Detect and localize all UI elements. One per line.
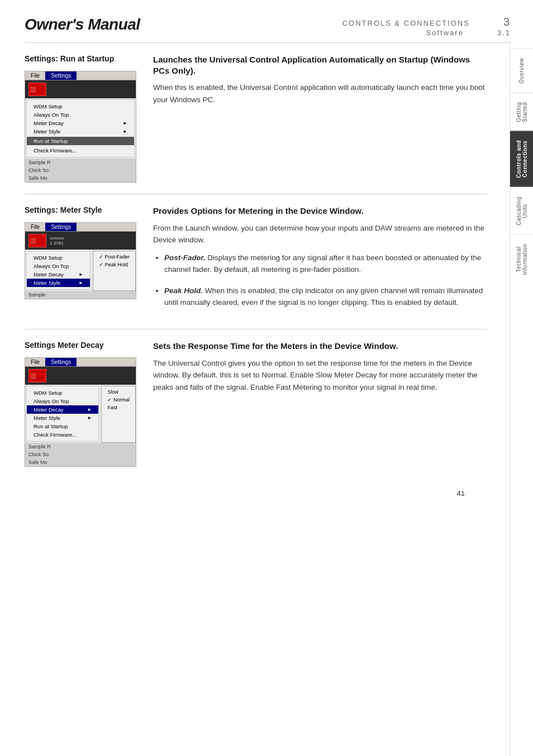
mockup-label-clock: Clock So <box>25 166 136 174</box>
section-heading-meter-decay: Settings Meter Decay <box>25 341 147 350</box>
mockup3-menu-file: File <box>25 358 45 366</box>
mockup3-panel-container: WDM Setup Always On Top Meter Decay ► Me… <box>25 385 136 443</box>
meter-style-body: From the Launch window, you can determin… <box>153 222 487 246</box>
mockup-menu-file: File <box>25 71 45 80</box>
section-run-at-startup: Settings: Run at Startup File Settings 𝏦… <box>25 43 487 194</box>
section-meter-style: Settings: Meter Style File Settings 𝏦𝏧 <box>25 194 487 329</box>
mockup-option-decay: Meter Decay ► <box>27 119 134 127</box>
mockup-menu-settings: Settings <box>45 71 77 80</box>
main-content: Settings: Run at Startup File Settings 𝏦… <box>0 43 533 756</box>
sidebar-tab-getting-started-label: GettingStarted <box>516 102 528 122</box>
mockup2-wdm: WDM Setup <box>27 253 90 262</box>
run-at-startup-body: When this is enabled, the Universal Cont… <box>153 82 487 106</box>
section-body-meter-style: From the Launch window, you can determin… <box>153 222 487 309</box>
mockup3-startup: Run at Startup <box>27 422 98 430</box>
mockup-meter-decay: File Settings 𝏦𝏧 WD <box>25 357 136 467</box>
meter-style-bullet-peak-hold: Peak Hold. When this is enabled, the cli… <box>164 285 487 309</box>
section-left-run-at-startup: Settings: Run at Startup File Settings 𝏦… <box>25 54 153 183</box>
sidebar-tab-overview[interactable]: Overview <box>510 49 533 93</box>
mockup3-fast: Fast <box>102 404 135 412</box>
section-heading-meter-style: Settings: Meter Style <box>25 205 147 214</box>
mockup-option-firmware: Check Firmware... <box>27 146 134 155</box>
mockup3-slow: Slow <box>102 388 135 396</box>
header-right: CONTROLS & CONNECTIONS 3 Software 3.1 <box>174 16 511 37</box>
mockup2-version: version1.3782 <box>50 236 64 246</box>
section-subtitle-run-at-startup: Launches the Universal Control Applicati… <box>153 54 487 76</box>
section-right-meter-decay: Sets the Response Time for the Meters in… <box>153 341 487 467</box>
sidebar-tab-overview-label: Overview <box>518 58 525 84</box>
mockup2-main-panel: WDM Setup Always On Top Meter Decay ► Me… <box>26 251 91 290</box>
post-fader-text: Displays the metering for any signal aft… <box>164 253 481 274</box>
mockup3-always: Always On Top <box>27 397 98 405</box>
mockup-logo: 𝏦𝏧 <box>28 83 46 96</box>
svg-text:𝏦𝏧: 𝏦𝏧 <box>31 372 36 380</box>
section-meter-decay: Settings Meter Decay File Settings 𝏦𝏧 <box>25 329 487 478</box>
mockup3-firmware: Check Firmware... <box>27 430 98 439</box>
peak-hold-text: When this is enabled, the clip indicator… <box>164 286 483 307</box>
svg-text:𝏦𝏧: 𝏦𝏧 <box>31 85 36 94</box>
sidebar-tab-cascading-units-label: CascadingUnits <box>516 197 528 226</box>
mockup3-logo: 𝏦𝏧 <box>28 369 46 382</box>
mockup3-label-sample: Sample R <box>25 443 136 451</box>
mockup3-label-safe: Safe Mo <box>25 458 136 466</box>
mockup2-post-fader: Post-Fader <box>93 253 135 261</box>
section-number: 3 <box>503 16 511 28</box>
mockup2-peak-hold: Peak Hold <box>93 261 135 269</box>
section-left-meter-decay: Settings Meter Decay File Settings 𝏦𝏧 <box>25 341 153 467</box>
post-fader-label: Post-Fader. <box>164 253 206 262</box>
peak-hold-label: Peak Hold. <box>164 286 203 295</box>
right-sidebar: Overview GettingStarted Controls andConn… <box>510 43 533 756</box>
mockup3-main-panel: WDM Setup Always On Top Meter Decay ► Me… <box>26 386 99 442</box>
mockup3-decay: Meter Decay ► <box>27 405 98 414</box>
mockup-option-startup: Run at Startup <box>27 137 134 145</box>
mockup2-decay: Meter Decay ► <box>27 270 90 279</box>
section-subtitle-meter-style: Provides Options for Metering in the Dev… <box>153 205 487 217</box>
sidebar-tab-getting-started[interactable]: GettingStarted <box>510 93 533 131</box>
page-number: 41 <box>25 478 487 503</box>
mockup2-menu-file: File <box>25 223 45 231</box>
mockup3-normal: Normal <box>102 396 135 404</box>
mockup-option-wdm: WDM Setup <box>27 102 134 111</box>
page-container: Owner's Manual CONTROLS & CONNECTIONS 3 … <box>0 0 533 756</box>
section-body-meter-decay: The Universal Control gives you the opti… <box>153 357 487 394</box>
mockup-option-always: Always On Top <box>27 111 134 119</box>
meter-style-bullet-post-fader: Post-Fader. Displays the metering for an… <box>164 252 487 276</box>
sidebar-tab-controls-connections[interactable]: Controls andConnections <box>510 131 533 187</box>
header: Owner's Manual CONTROLS & CONNECTIONS 3 … <box>0 0 533 42</box>
mockup2-label-sample: Sample <box>25 291 136 299</box>
mockup-label-sample: Sample R <box>25 159 136 166</box>
mockup2-submenu: Post-Fader Peak Hold <box>93 251 136 291</box>
mockup2-logo: 𝏦𝏧 <box>28 234 46 247</box>
svg-text:𝏦𝏧: 𝏦𝏧 <box>31 237 36 245</box>
mockup-label-safe: Safe Mo <box>25 174 136 182</box>
section-right-meter-style: Provides Options for Metering in the Dev… <box>153 205 487 318</box>
sidebar-tab-technical-info-label: TechnicalInformation <box>516 244 528 275</box>
mockup-meter-style: File Settings 𝏦𝏧 version1.3782 <box>25 222 136 299</box>
mockup3-style: Meter Style ► <box>27 414 98 422</box>
section-label: CONTROLS & CONNECTIONS <box>342 19 470 27</box>
meter-decay-body: The Universal Control gives you the opti… <box>153 357 487 394</box>
mockup3-label-clock: Clock So <box>25 451 136 458</box>
sidebar-tab-technical-info[interactable]: TechnicalInformation <box>510 235 533 284</box>
page-title: Owner's Manual <box>25 16 140 34</box>
mockup3-menu-settings: Settings <box>45 358 77 366</box>
content-area: Settings: Run at Startup File Settings 𝏦… <box>0 43 510 756</box>
mockup2-menu-settings: Settings <box>45 223 77 231</box>
mockup3-wdm: WDM Setup <box>27 389 98 397</box>
mockup-run-at-startup: File Settings 𝏦𝏧 WDM Setup <box>25 71 136 183</box>
sidebar-tab-cascading-units[interactable]: CascadingUnits <box>510 187 533 235</box>
sub-number: 3.1 <box>497 28 511 37</box>
mockup3-submenu: Slow Normal Fast <box>101 386 136 443</box>
mockup-option-style: Meter Style ► <box>27 127 134 136</box>
section-right-run-at-startup: Launches the Universal Control Applicati… <box>153 54 487 183</box>
section-subtitle-meter-decay: Sets the Response Time for the Meters in… <box>153 341 487 352</box>
section-body-run-at-startup: When this is enabled, the Universal Cont… <box>153 82 487 106</box>
sidebar-tab-controls-connections-label: Controls andConnections <box>516 140 528 178</box>
mockup2-style: Meter Style ► <box>27 279 90 287</box>
mockup2-always: Always On Top <box>27 262 90 270</box>
section-left-meter-style: Settings: Meter Style File Settings 𝏦𝏧 <box>25 205 153 318</box>
meter-style-list: Post-Fader. Displays the metering for an… <box>164 252 487 309</box>
mockup-panel-1: WDM Setup Always On Top Meter Decay ► Me… <box>26 99 135 157</box>
sub-label: Software <box>426 28 464 37</box>
mockup2-panel-container: WDM Setup Always On Top Meter Decay ► Me… <box>25 250 136 291</box>
